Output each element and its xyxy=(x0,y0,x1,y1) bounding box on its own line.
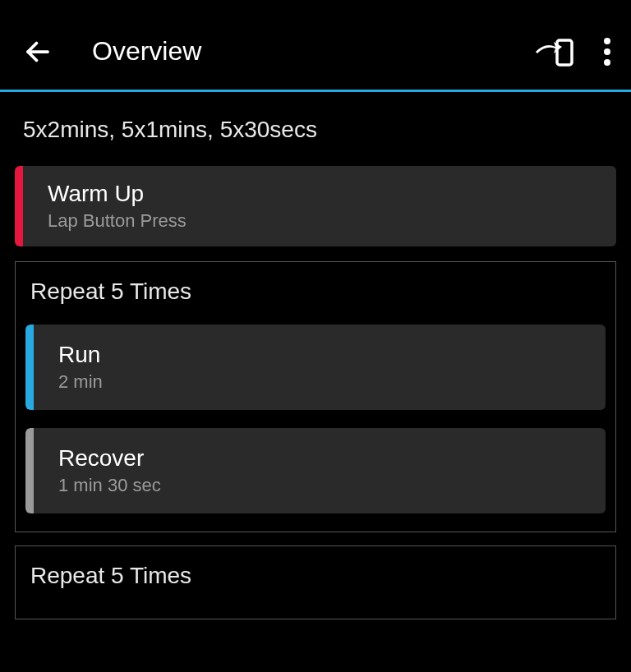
back-button[interactable] xyxy=(20,34,56,70)
warmup-stripe xyxy=(15,166,23,246)
more-options-button[interactable] xyxy=(603,37,611,67)
run-stripe xyxy=(25,324,34,410)
content-area: 5x2mins, 5x1mins, 5x30secs Warm Up Lap B… xyxy=(0,92,631,619)
repeat-label: Repeat 5 Times xyxy=(25,563,606,589)
svg-point-2 xyxy=(604,38,610,44)
page-title: Overview xyxy=(92,36,534,67)
repeat-group-2: Repeat 5 Times xyxy=(15,545,616,619)
step-title: Warm Up xyxy=(48,181,187,207)
send-to-device-icon xyxy=(534,35,573,68)
workout-summary: 5x2mins, 5x1mins, 5x30secs xyxy=(15,117,616,143)
step-body: Recover 1 min 30 sec xyxy=(34,428,161,513)
step-warmup[interactable]: Warm Up Lap Button Press xyxy=(15,166,616,246)
send-to-device-button[interactable] xyxy=(534,35,573,68)
header-actions xyxy=(534,35,611,68)
svg-point-3 xyxy=(604,48,610,55)
repeat-label: Repeat 5 Times xyxy=(25,278,606,305)
step-subtitle: Lap Button Press xyxy=(48,210,187,232)
svg-rect-1 xyxy=(557,40,572,65)
step-subtitle: 2 min xyxy=(58,371,103,393)
svg-point-4 xyxy=(604,59,610,66)
arrow-left-icon xyxy=(23,37,53,67)
step-subtitle: 1 min 30 sec xyxy=(58,475,161,496)
more-vertical-icon xyxy=(603,37,611,67)
step-title: Run xyxy=(58,342,103,368)
step-body: Warm Up Lap Button Press xyxy=(23,166,187,246)
recover-stripe xyxy=(25,428,34,513)
step-body: Run 2 min xyxy=(34,324,103,410)
repeat-group-1: Repeat 5 Times Run 2 min Recover 1 min 3… xyxy=(15,261,616,532)
step-run[interactable]: Run 2 min xyxy=(25,324,606,410)
app-header: Overview xyxy=(0,13,631,92)
step-recover[interactable]: Recover 1 min 30 sec xyxy=(25,428,606,513)
step-title: Recover xyxy=(58,445,161,472)
